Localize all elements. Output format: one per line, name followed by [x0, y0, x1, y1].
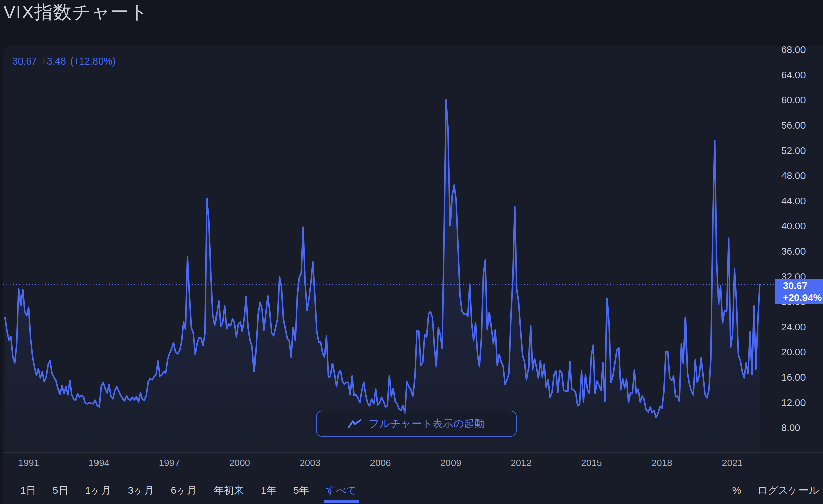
quote-row: 30.67 +3.48 (+12.80%) — [12, 56, 116, 67]
range-button-1日[interactable]: 1日 — [19, 484, 37, 497]
x-axis-tick: 2018 — [652, 458, 672, 468]
range-button-すべて[interactable]: すべて — [325, 484, 357, 497]
range-button-1ヶ月[interactable]: 1ヶ月 — [84, 484, 112, 497]
y-axis-tick: 48.00 — [781, 170, 821, 181]
vix-chart-page: VIX指数チャート 30.67 +3.48 (+12.80%) 68.0064.… — [0, 0, 823, 504]
x-axis-tick: 2021 — [722, 458, 743, 468]
x-axis-tick: 1994 — [88, 458, 109, 468]
range-button-1年[interactable]: 1年 — [260, 484, 277, 497]
y-axis-tick: 64.00 — [781, 69, 821, 81]
chart-widget: 30.67 +3.48 (+12.80%) 68.0064.0060.0056.… — [3, 46, 823, 504]
page-title: VIX指数チャート — [3, 0, 149, 25]
x-axis-tick: 2015 — [581, 458, 602, 468]
x-axis-divider — [3, 452, 823, 453]
x-axis-tick: 1991 — [18, 458, 39, 468]
launch-full-chart-label: フルチャート表示の起動 — [369, 417, 485, 431]
scale-controls-divider — [717, 481, 717, 499]
quote-change: +3.48 — [41, 56, 66, 67]
bottom-toolbar: 1日5日1ヶ月3ヶ月6ヶ月年初来1年5年すべて % ログスケール — [3, 476, 823, 504]
range-button-3ヶ月[interactable]: 3ヶ月 — [127, 484, 155, 497]
badge-change-percent: +20.94% — [783, 292, 823, 304]
x-axis-tick: 2009 — [440, 458, 461, 468]
y-axis-tick: 56.00 — [781, 120, 821, 131]
launch-full-chart-button[interactable]: フルチャート表示の起動 — [316, 411, 517, 437]
y-axis-tick: 52.00 — [781, 145, 821, 156]
range-button-6ヶ月[interactable]: 6ヶ月 — [170, 484, 197, 497]
y-axis-tick: 36.00 — [781, 246, 821, 257]
quote-price: 30.67 — [12, 56, 37, 67]
log-scale-button[interactable]: ログスケール — [756, 484, 820, 497]
y-axis-tick: 68.00 — [781, 44, 821, 55]
y-axis-tick: 20.00 — [781, 346, 821, 358]
last-price-badge: 30.67 +20.94% — [775, 279, 823, 304]
x-axis-tick: 2012 — [511, 458, 532, 468]
vix-line-chart — [3, 46, 776, 452]
line-chart-icon — [348, 419, 362, 429]
y-axis-tick: 24.00 — [781, 321, 821, 333]
y-axis-tick: 12.00 — [781, 397, 821, 408]
x-axis-tick: 1997 — [159, 458, 180, 468]
plot-area[interactable] — [3, 46, 776, 452]
y-axis-tick: 44.00 — [781, 195, 821, 207]
scale-controls: % ログスケール — [717, 481, 820, 499]
y-axis-tick: 40.00 — [781, 220, 821, 232]
percent-scale-button[interactable]: % — [731, 485, 743, 496]
range-button-5年[interactable]: 5年 — [292, 484, 310, 497]
y-axis-tick: 60.00 — [781, 94, 821, 106]
y-axis-divider — [776, 46, 776, 476]
range-button-年初来[interactable]: 年初来 — [213, 484, 245, 497]
badge-price: 30.67 — [783, 280, 823, 292]
y-axis-tick: 8.00 — [781, 422, 821, 433]
range-button-5日[interactable]: 5日 — [52, 484, 69, 497]
x-axis-tick: 2000 — [229, 458, 250, 468]
y-axis-tick: 16.00 — [781, 372, 821, 383]
vix-series-line — [5, 100, 760, 418]
x-axis-tick: 2003 — [300, 458, 320, 468]
x-axis-tick: 2006 — [370, 458, 391, 468]
quote-change-percent: (+12.80%) — [70, 56, 116, 67]
